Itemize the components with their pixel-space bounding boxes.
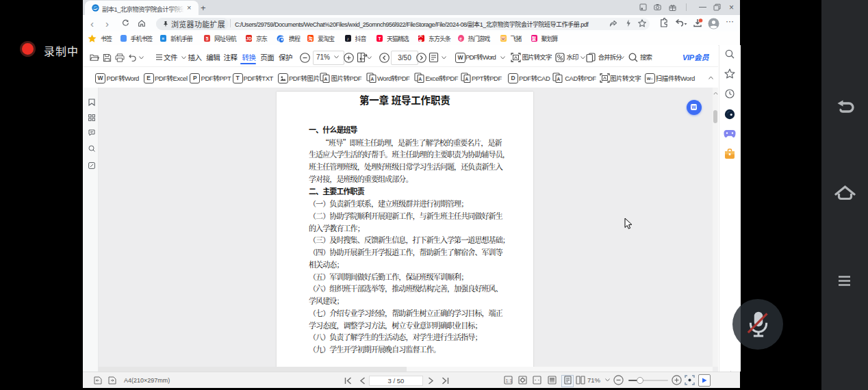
svg-text:A: A [324, 77, 328, 81]
svg-text:A: A [465, 77, 468, 81]
svg-text:A: A [370, 77, 374, 81]
svg-text:1:1: 1:1 [506, 378, 513, 383]
svg-text:A: A [419, 77, 422, 81]
svg-text:A: A [557, 77, 560, 81]
